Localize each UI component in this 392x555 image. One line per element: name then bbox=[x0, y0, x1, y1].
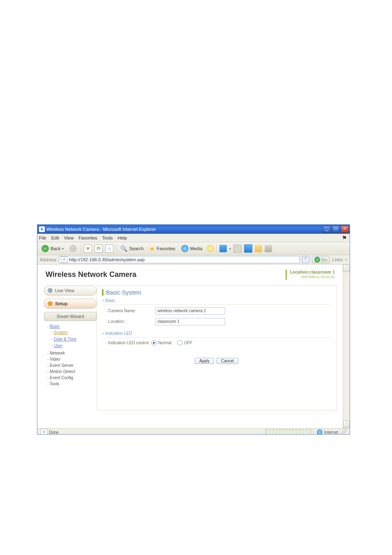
menu-bar: File Edit View Favorites Tools Help ⚑ bbox=[37, 234, 350, 242]
go-button[interactable]: → Go bbox=[312, 256, 330, 263]
zone-label: Internet bbox=[324, 430, 338, 435]
resize-grip-icon[interactable] bbox=[340, 429, 346, 435]
nav-event-server[interactable]: Event Server bbox=[47, 363, 92, 368]
address-dropdown-icon[interactable]: ˅ bbox=[302, 256, 309, 263]
windows-flag-icon: ⚑ bbox=[341, 235, 348, 242]
media-button[interactable]: Media bbox=[180, 244, 204, 253]
ie-logo-icon: e bbox=[39, 226, 45, 232]
nav-live-view[interactable]: Live View bbox=[44, 286, 97, 295]
section-basic-header: Basic bbox=[102, 298, 331, 303]
edit-button[interactable] bbox=[244, 244, 252, 253]
address-url: http://192.168.0.30/admin/system.asp bbox=[69, 257, 144, 262]
stop-button[interactable]: ✕ bbox=[84, 244, 92, 253]
led-normal-label: Normal bbox=[158, 341, 171, 345]
window-close-button[interactable]: × bbox=[341, 226, 349, 233]
window-titlebar: e Wireless Network Camera - Microsoft In… bbox=[37, 225, 350, 234]
print-button[interactable] bbox=[233, 244, 242, 253]
window-maximize-button[interactable]: □ bbox=[332, 226, 340, 233]
forward-button[interactable]: → bbox=[68, 244, 78, 253]
back-dropdown-icon[interactable]: ▾ bbox=[62, 247, 64, 251]
back-button[interactable]: ← Back ▾ bbox=[40, 244, 65, 253]
section-led-header: Indication LED bbox=[102, 331, 331, 336]
scroll-down-arrow-icon[interactable]: ˅ bbox=[343, 421, 350, 428]
menu-edit[interactable]: Edit bbox=[51, 235, 59, 240]
timestamp: 2007/06/11 15:41:52 bbox=[290, 275, 335, 280]
led-off-radio[interactable] bbox=[177, 340, 182, 345]
nav-event-config[interactable]: Event Config bbox=[47, 375, 92, 380]
location-field-label: Location: bbox=[102, 319, 155, 324]
messenger-button[interactable] bbox=[265, 245, 272, 252]
address-input[interactable]: e http://192.168.0.30/admin/system.asp bbox=[59, 256, 299, 263]
refresh-button[interactable]: ⟳ bbox=[95, 244, 103, 253]
progress-bar bbox=[265, 429, 311, 435]
status-bar: e Done Internet bbox=[37, 428, 350, 435]
led-normal-radio[interactable] bbox=[151, 340, 157, 345]
toolbar-separator bbox=[217, 244, 217, 253]
location-input[interactable]: classroom 1 bbox=[155, 318, 225, 325]
toolbar-separator bbox=[116, 244, 116, 253]
internet-zone-icon bbox=[317, 429, 323, 435]
search-button[interactable]: 🔍 Search bbox=[119, 244, 145, 253]
location-value: classroom 1 bbox=[309, 270, 335, 274]
forward-arrow-icon: → bbox=[69, 245, 77, 252]
panel-title-sub: System bbox=[122, 289, 141, 296]
mail-dropdown-icon[interactable]: ▾ bbox=[229, 247, 231, 251]
vertical-scrollbar[interactable]: ˄ ˅ bbox=[343, 265, 350, 428]
favorites-button[interactable]: ★ Favorites bbox=[148, 244, 177, 253]
window-minimize-button[interactable]: _ bbox=[323, 226, 331, 233]
menu-help[interactable]: Help bbox=[118, 235, 127, 240]
browser-window: e Wireless Network Camera - Microsoft In… bbox=[37, 224, 350, 435]
page-title: Wireless Network Camera bbox=[46, 270, 286, 279]
scroll-up-arrow-icon[interactable]: ˄ bbox=[343, 265, 350, 272]
discuss-button[interactable] bbox=[255, 245, 262, 252]
links-label[interactable]: Links bbox=[332, 257, 343, 262]
nav-motion-detect[interactable]: Motion Detect bbox=[47, 369, 92, 374]
led-off-label: OFF bbox=[184, 341, 192, 345]
back-arrow-icon: ← bbox=[42, 245, 49, 252]
favorites-star-icon: ★ bbox=[149, 245, 155, 253]
search-icon: 🔍 bbox=[120, 245, 127, 252]
page-icon: e bbox=[61, 256, 67, 263]
address-label: Address bbox=[40, 257, 56, 262]
nav-basic[interactable]: Basic bbox=[50, 324, 60, 329]
location-box: Location:classroom 1 2007/06/11 15:41:52 bbox=[286, 269, 335, 280]
camera-name-input[interactable]: wireless network camera 1 bbox=[155, 307, 225, 315]
panel-title: Basic›System bbox=[102, 289, 331, 296]
media-label: Media bbox=[190, 246, 203, 251]
menu-favorites[interactable]: Favorites bbox=[78, 235, 97, 240]
back-label: Back bbox=[51, 246, 60, 251]
nav-smart-wizard[interactable]: Smart Wizard bbox=[44, 312, 97, 321]
cancel-button[interactable]: Cancel bbox=[217, 358, 238, 364]
nav-setup[interactable]: Setup bbox=[44, 299, 97, 309]
history-button[interactable] bbox=[207, 245, 214, 252]
window-title: Wireless Network Camera - Microsoft Inte… bbox=[46, 227, 156, 232]
address-bar: Address e http://192.168.0.30/admin/syst… bbox=[37, 255, 350, 265]
toolbar-separator bbox=[81, 244, 81, 253]
go-arrow-icon: → bbox=[314, 257, 320, 263]
nav-tools[interactable]: Tools bbox=[47, 382, 92, 386]
nav-date-time[interactable]: Date & Time bbox=[54, 337, 76, 341]
media-icon bbox=[181, 245, 189, 252]
links-chevron-icon[interactable]: » bbox=[345, 258, 347, 262]
menu-file[interactable]: File bbox=[39, 235, 46, 240]
location-label: Location: bbox=[290, 270, 310, 274]
go-label: Go bbox=[321, 257, 327, 262]
nav-setup-label: Setup bbox=[55, 301, 68, 306]
apply-button[interactable]: Apply bbox=[195, 358, 214, 364]
led-control-label: Indication LED control: bbox=[106, 341, 150, 345]
panel-title-main: Basic bbox=[106, 289, 120, 296]
gear-icon bbox=[48, 301, 53, 306]
nav-live-view-label: Live View bbox=[55, 288, 74, 293]
nav-user[interactable]: User bbox=[54, 343, 62, 348]
menu-tools[interactable]: Tools bbox=[102, 235, 113, 240]
favorites-label: Favorites bbox=[157, 246, 175, 251]
home-button[interactable]: ⌂ bbox=[105, 244, 113, 253]
mail-button[interactable] bbox=[219, 245, 227, 252]
camera-icon bbox=[48, 288, 53, 293]
menu-view[interactable]: View bbox=[64, 235, 74, 240]
nav-system[interactable]: System bbox=[54, 330, 67, 335]
nav-network[interactable]: Network bbox=[47, 351, 92, 355]
nav-video[interactable]: Video bbox=[47, 357, 92, 362]
page-status-icon: e bbox=[41, 429, 47, 435]
settings-panel: Basic›System Basic Camera Name: wireless… bbox=[97, 286, 337, 410]
